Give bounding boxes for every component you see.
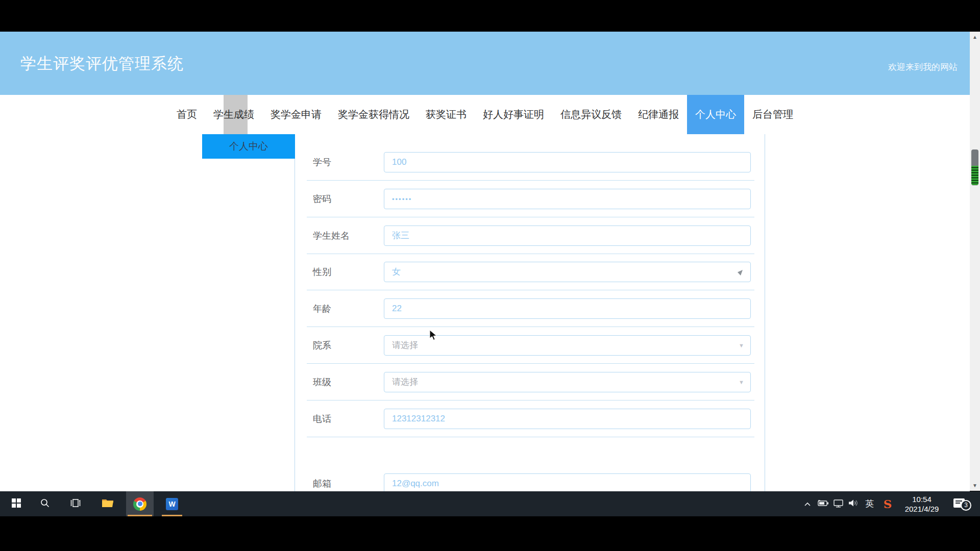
chevron-down-icon: ▼ [739,342,744,348]
select-class[interactable]: 请选择▼ [384,372,751,392]
nav-dropdown-item-personal-center[interactable]: 个人中心 [202,134,295,159]
nav-item-7[interactable]: 纪律通报 [630,95,687,134]
field-value-class: 请选择 [392,372,418,392]
input-student-id[interactable]: 100 [384,152,751,172]
select-gender[interactable]: 女 [384,262,751,282]
browser-scrollbar[interactable]: ▲ ▼ [970,32,980,491]
screen: 学生评奖评优管理系统 欢迎来到我的网站 首页学生成绩奖学金申请奖学金获得情况获奖… [0,0,980,551]
network-status[interactable] [831,491,846,516]
chevron-down-icon: ▼ [739,379,744,385]
field-value-student-id: 100 [392,153,406,172]
nav-item-2[interactable]: 奖学金申请 [262,95,330,134]
chrome-icon [133,497,146,511]
form-label-password: 密码 [313,193,331,205]
taskbar-clock[interactable]: 10:54 2021/4/29 [899,491,944,516]
nav-item-5[interactable]: 好人好事证明 [475,95,552,134]
field-value-gender: 女 [392,262,401,282]
browser-page: 学生评奖评优管理系统 欢迎来到我的网站 首页学生成绩奖学金申请奖学金获得情况获奖… [0,32,970,491]
row-divider [307,400,754,400]
clock-time: 10:54 [899,494,944,504]
field-value-department: 请选择 [392,336,418,355]
form-row-email: 邮箱12@qq.com [295,473,765,491]
file-explorer-button[interactable] [95,491,120,516]
chrome-taskbar-button[interactable] [126,491,154,516]
task-view-button[interactable] [63,491,88,516]
form-row-student-name: 学生姓名张三 [295,226,765,246]
word-taskbar-button[interactable]: W [159,491,185,516]
field-value-age: 22 [392,299,402,318]
nav-items-container: 首页学生成绩奖学金申请奖学金获得情况获奖证书好人好事证明信息异议反馈纪律通报个人… [0,95,970,134]
site-title: 学生评奖评优管理系统 [20,53,184,74]
windows-logo-icon [12,498,21,510]
form-label-age: 年龄 [313,303,331,315]
nav-item-6[interactable]: 信息异议反馈 [552,95,630,134]
field-value-email: 12@qq.com [392,474,439,491]
field-value-student-name: 张三 [392,226,409,245]
windows-taskbar: W 英 S [0,491,980,516]
field-value-password: •••••• [392,189,412,209]
sogou-input-button[interactable]: S [879,491,896,516]
small-pointer-icon [737,269,743,278]
form-row-department: 院系请选择▼ [295,335,765,356]
row-divider [307,217,754,217]
nav-item-9[interactable]: 后台管理 [744,95,801,134]
row-divider [307,437,754,437]
input-phone[interactable]: 12312312312 [384,409,751,429]
row-divider [307,290,754,290]
input-student-name[interactable]: 张三 [384,226,751,246]
form-row-password: 密码•••••• [295,189,765,209]
profile-form-panel: 学号100密码••••••学生姓名张三性别女年龄22院系请选择▼班级请选择▼电话… [295,134,765,491]
tray-expand-button[interactable] [798,491,817,516]
scrollbar-thumb-stripes [971,166,978,185]
form-label-student-id: 学号 [313,156,331,168]
volume-control[interactable] [845,491,862,516]
letterbox-bottom [0,516,980,551]
sogou-icon: S [884,497,892,511]
form-row-class: 班级请选择▼ [295,372,765,392]
taskbar-search-button[interactable] [33,491,57,516]
nav-item-8[interactable]: 个人中心 [687,95,744,134]
form-label-email: 邮箱 [313,478,331,490]
form-row-phone: 电话12312312312 [295,409,765,429]
start-button[interactable] [4,491,29,516]
form-label-gender: 性别 [313,266,331,278]
form-row-gender: 性别女 [295,262,765,282]
scrollbar-thumb[interactable] [971,149,978,185]
nav-item-0[interactable]: 首页 [168,95,205,134]
battery-icon [817,498,829,510]
battery-status[interactable] [816,491,831,516]
notification-badge: 3 [961,500,971,511]
scrollbar-up-arrow-icon[interactable]: ▲ [970,33,980,41]
file-explorer-icon [102,498,114,510]
form-row-age: 年龄22 [295,298,765,319]
form-label-class: 班级 [313,376,331,388]
speaker-icon [848,498,859,510]
search-icon [40,498,50,510]
row-divider [307,254,754,254]
clock-date: 2021/4/29 [899,504,944,514]
chevron-up-icon [804,499,811,509]
input-email[interactable]: 12@qq.com [384,473,751,491]
row-divider [307,363,754,364]
letterbox-top [0,0,980,32]
ime-language-button[interactable]: 英 [862,491,878,516]
field-value-phone: 12312312312 [392,409,445,429]
form-label-department: 院系 [313,339,331,352]
site-header: 学生评奖评优管理系统 欢迎来到我的网站 [0,32,970,95]
input-age[interactable]: 22 [384,298,751,319]
input-password[interactable]: •••••• [384,189,751,209]
form-label-student-name: 学生姓名 [313,230,350,242]
nav-item-1[interactable]: 学生成绩 [205,95,262,134]
nav-item-4[interactable]: 获奖证书 [418,95,475,134]
form-label-phone: 电话 [313,413,331,425]
ime-label: 英 [866,498,874,510]
welcome-text: 欢迎来到我的网站 [888,61,958,73]
mouse-cursor [429,330,439,343]
scrollbar-down-arrow-icon[interactable]: ▼ [970,481,980,490]
nav-item-3[interactable]: 奖学金获得情况 [330,95,418,134]
task-view-icon [70,498,81,510]
row-divider [307,180,754,181]
network-display-icon [833,498,844,510]
row-divider [307,327,754,327]
action-center-button[interactable]: 3 [950,491,976,516]
